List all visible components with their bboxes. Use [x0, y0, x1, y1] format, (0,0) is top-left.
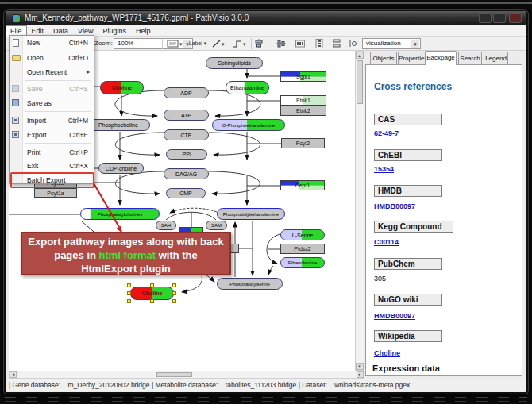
link-nugo[interactable]: HMDB00097 — [374, 312, 415, 320]
node-sphingolipids[interactable]: Sphingolipids — [206, 57, 263, 69]
stack-horizontal-icon — [349, 39, 358, 48]
node-ethanolamine[interactable]: Ethanolamine — [226, 81, 269, 94]
node-cmp[interactable]: CMP — [166, 188, 206, 198]
svg-text:▾: ▾ — [222, 41, 225, 47]
label-template-button[interactable]: Label ▾ — [187, 38, 209, 49]
menu-item-save[interactable]: SaveCtrl+S — [10, 83, 94, 95]
chevron-down-icon[interactable] — [411, 40, 419, 48]
selection-handle[interactable] — [172, 299, 176, 303]
datanode-template-button[interactable]: ▾ — [166, 38, 185, 49]
link-cas[interactable]: 62-49-7 — [374, 129, 399, 137]
node-sah[interactable]: SAH — [156, 221, 176, 230]
node-phosphatidylserine[interactable]: Phosphatidylserine — [217, 278, 283, 290]
menu-item-export[interactable]: ExportCtrl+E — [10, 129, 94, 141]
scroll-left-icon[interactable]: ◄ — [10, 371, 17, 378]
scroll-down-icon[interactable]: ▼ — [356, 363, 364, 370]
node-ctp[interactable]: CTP — [164, 129, 209, 140]
menu-item-open[interactable]: OpenCtrl+O — [10, 52, 94, 64]
callout-highlight: html format — [99, 249, 156, 261]
node-phosphatidylethanolamine[interactable]: Phosphatidylethanolamine — [217, 208, 285, 220]
tab-properties[interactable]: Properties — [398, 52, 428, 64]
link-chebi[interactable]: 15354 — [374, 165, 394, 173]
node-sam[interactable]: SAM — [206, 221, 227, 230]
selection-handle[interactable] — [172, 283, 176, 287]
title-bar[interactable]: Mm_Kennedy_pathway_WP1771_45176.gpml - P… — [6, 11, 526, 25]
stack-vertical-button[interactable] — [331, 38, 342, 49]
selection-handle[interactable] — [150, 283, 154, 287]
callout-line3: HtmlExport plugin — [22, 262, 229, 275]
distribute-vertical-button[interactable] — [314, 38, 325, 49]
section-header-nugo: NuGO wiki — [374, 294, 442, 306]
node-ethanolamine-2[interactable]: Ethanolamine — [280, 257, 325, 268]
menu-separator — [25, 80, 91, 81]
node-cdp-choline[interactable]: CDP-choline — [98, 163, 144, 174]
open-folder-icon — [12, 55, 21, 61]
align-vertical-center-button[interactable] — [276, 38, 287, 49]
scrollbar-thumb[interactable] — [156, 372, 192, 377]
gene-node-cept1[interactable]: Cept1 — [280, 180, 325, 190]
import-icon — [12, 117, 19, 124]
gene-node-pcyt2[interactable]: Pcyt2 — [281, 138, 325, 148]
menu-item-new[interactable]: NewCtrl+N — [10, 37, 94, 49]
menu-help[interactable]: Help — [131, 26, 156, 37]
tab-legend[interactable]: Legend — [484, 52, 508, 64]
node-atp[interactable]: ATP — [164, 110, 209, 121]
gene-node-ptdss2[interactable]: Ptdss2 — [280, 244, 325, 254]
node-o-phosphoethanolamine[interactable]: O-Phosphoethanolamine — [212, 119, 285, 131]
batch-export-highlight-box — [10, 172, 94, 188]
node-l-serine[interactable]: L-Serine — [280, 229, 325, 240]
minimize-button[interactable] — [479, 13, 492, 23]
backpage-panel[interactable]: Cross references CAS 62-49-7 ChEBI 15354… — [365, 64, 522, 376]
link-kegg[interactable]: C00114 — [374, 238, 399, 246]
tab-objects[interactable]: Objects — [370, 52, 397, 64]
maximize-button[interactable] — [493, 13, 506, 23]
menu-item-import[interactable]: ImportCtrl+M — [10, 114, 94, 127]
close-button[interactable] — [509, 13, 522, 23]
distribute-vertical-icon — [314, 39, 324, 48]
selection-handle[interactable] — [172, 291, 176, 295]
align-horizontal-center-button[interactable] — [253, 38, 264, 49]
menu-plugins[interactable]: Plugins — [98, 26, 131, 37]
tab-backpage[interactable]: Backpage — [425, 51, 457, 65]
selection-handle[interactable] — [127, 291, 131, 295]
selection-handle[interactable] — [127, 299, 131, 303]
link-wikipedia[interactable]: Choline — [374, 349, 400, 357]
link-hmdb[interactable]: HMDB00097 — [374, 202, 415, 210]
chevron-down-icon: ▾ — [204, 40, 207, 46]
menu-item-open-recent[interactable]: Open Recent — [10, 66, 94, 79]
node-ppi[interactable]: PPi — [166, 149, 207, 160]
node-adp[interactable]: ADP — [164, 87, 209, 98]
desktop-background: Mm_Kennedy_pathway_WP1771_45176.gpml - P… — [0, 0, 532, 404]
selection-handle[interactable] — [150, 299, 154, 303]
node-choline[interactable]: Choline — [100, 81, 144, 94]
menu-item-exit[interactable]: ExitCtrl+X — [10, 160, 94, 172]
node-dag[interactable]: DAG/AG — [164, 168, 209, 179]
stack-horizontal-button[interactable] — [348, 38, 359, 49]
node-phosphatidylcholines[interactable]: Phosphatidylcholines — [80, 208, 160, 220]
tab-search[interactable]: Search — [458, 52, 482, 64]
scrollbar-thumb[interactable] — [357, 60, 363, 104]
gene-node-etnk2[interactable]: Etnk2 — [280, 106, 326, 116]
scroll-right-icon[interactable]: ► — [357, 371, 364, 378]
visualization-combobox[interactable]: visualization — [362, 38, 421, 49]
selection-handle[interactable] — [127, 283, 131, 287]
menu-item-save-as[interactable]: Save as — [10, 97, 94, 110]
line-tool-button[interactable]: ▾ — [210, 38, 228, 49]
scroll-up-icon[interactable]: ▲ — [356, 52, 364, 59]
callout-line2: pages in html format with the — [22, 248, 229, 262]
label-template-text: Label — [189, 40, 202, 46]
gene-node-pcyt1a[interactable]: Pcyt1a — [34, 188, 77, 198]
canvas-horizontal-scrollbar[interactable]: ◄ ► — [9, 371, 364, 379]
node-phosphocholine[interactable]: Phosphocholine — [87, 119, 150, 131]
visualization-value: visualization — [366, 40, 401, 47]
distribute-horizontal-button[interactable] — [295, 38, 306, 49]
gene-node-sgpl1[interactable]: Sgpl1 — [280, 71, 326, 82]
toolbar-separator — [251, 38, 252, 49]
menu-item-print[interactable]: PrintCtrl+P — [10, 146, 94, 159]
node-choline-selected[interactable]: Choline — [130, 287, 174, 300]
value-pubchem: 305 — [374, 275, 386, 283]
connector-tool-button[interactable]: ▾ — [230, 38, 249, 49]
gene-node-etnk1[interactable]: Etnk1 — [280, 95, 326, 106]
canvas-vertical-scrollbar[interactable]: ▲ ▼ — [355, 51, 364, 371]
save-disk-icon — [12, 85, 19, 92]
